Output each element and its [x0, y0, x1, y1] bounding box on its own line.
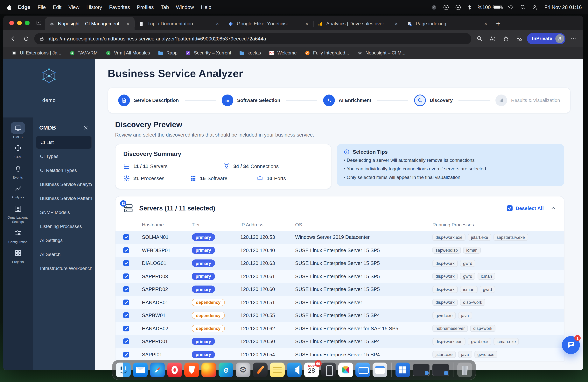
panel-item[interactable]: CI Types — [36, 150, 92, 163]
apple-menu-icon[interactable] — [6, 4, 12, 10]
dock-trash-icon[interactable] — [457, 362, 472, 377]
row-checkbox[interactable] — [123, 234, 129, 240]
tab-actions-icon[interactable] — [36, 20, 42, 26]
panel-item[interactable]: Listening Processes — [36, 220, 92, 233]
zoom-icon[interactable] — [474, 33, 484, 44]
step-ai-enrichment[interactable]: AI Enrichment — [323, 95, 371, 106]
back-button[interactable] — [8, 33, 18, 44]
bookmark-tav-vrm[interactable]: TAV-VRM — [65, 48, 101, 58]
menu-item[interactable]: Tab — [157, 4, 172, 10]
close-icon[interactable] — [83, 125, 88, 130]
chevron-up-icon[interactable] — [551, 205, 556, 211]
dock-slack-icon[interactable] — [338, 362, 353, 377]
bookmark-koctas[interactable]: koctas — [235, 48, 264, 58]
reload-button[interactable] — [21, 33, 32, 44]
bookmark-rapp[interactable]: Rapp — [154, 48, 181, 58]
dock-windows-app-icon[interactable] — [396, 362, 410, 377]
rail-item-configuration[interactable]: Configuration — [4, 227, 32, 244]
new-tab-button[interactable]: + — [492, 17, 504, 30]
panel-item[interactable]: AI Search — [36, 248, 92, 261]
wifi-icon[interactable] — [507, 4, 514, 10]
panel-item[interactable]: Infrastructure Workbench — [36, 262, 92, 275]
row-checkbox[interactable] — [123, 339, 129, 344]
deselect-all-checkbox[interactable] — [507, 205, 513, 211]
step-service-description[interactable]: Service Description — [118, 95, 179, 106]
menu-item[interactable]: History — [83, 4, 105, 10]
table-row[interactable]: SAPBW01 dependency 120.120.120.55 SUSE L… — [116, 309, 564, 322]
menu-item[interactable]: Edit — [49, 4, 65, 10]
dock-finder-icon[interactable] — [116, 362, 131, 377]
step-discovery[interactable]: Discovery — [414, 95, 453, 106]
dock-edge-icon[interactable] — [219, 362, 233, 377]
dock-screen-sharing-icon[interactable] — [356, 362, 370, 377]
rail-item-analytics[interactable]: Analytics — [4, 183, 32, 200]
table-row[interactable]: WEBDISP01 primary 120.120.120.40 SUSE Li… — [116, 244, 564, 257]
dock-pen-tool-icon[interactable] — [253, 362, 268, 377]
bookmark-nopesight[interactable]: Nopesight – CI M... — [353, 48, 409, 58]
row-checkbox[interactable] — [123, 287, 129, 292]
rail-item-projects[interactable]: Projects — [4, 247, 32, 264]
window-close-button[interactable] — [9, 21, 14, 25]
menu-extra-icon[interactable] — [431, 4, 437, 10]
tab-close-icon[interactable]: × — [125, 21, 131, 27]
table-row[interactable]: SAPPI01 primary 120.120.120.54 SUSE Linu… — [116, 348, 564, 361]
url-text[interactable]: https://my.nopesight.com/cmdb/business-s… — [47, 36, 266, 42]
rail-item-sam[interactable]: SAM — [4, 142, 32, 159]
panel-item[interactable]: Business Service Patterns — [36, 192, 92, 205]
dock-minimized-window-icon[interactable] — [432, 364, 449, 376]
menu-app-name[interactable]: Edge — [14, 4, 34, 10]
browser-menu-icon[interactable] — [568, 33, 579, 44]
row-checkbox[interactable] — [123, 313, 129, 318]
row-checkbox[interactable] — [123, 260, 129, 266]
battery-status[interactable]: %100 — [478, 4, 502, 10]
spotlight-icon[interactable] — [520, 4, 526, 10]
tab-close-icon[interactable]: × — [394, 21, 399, 27]
bookmark-vrm-all-modules[interactable]: Vrm | All Modules — [102, 48, 153, 58]
bookmark-ui-extensions[interactable]: UI Extensions | Ja... — [8, 48, 65, 58]
dock-minimized-window-icon[interactable] — [413, 364, 430, 376]
bookmark-welcome[interactable]: Welcome — [265, 48, 300, 58]
dock-system-settings-icon[interactable] — [236, 362, 251, 377]
bookmark-fully-integrated[interactable]: Fully Integrated... — [301, 48, 353, 58]
dock-stickies-icon[interactable] — [270, 362, 285, 377]
window-minimize-button[interactable] — [17, 21, 22, 25]
address-bar[interactable]: https://my.nopesight.com/cmdb/business-s… — [34, 33, 471, 44]
screen-mirroring-icon[interactable] — [455, 4, 461, 10]
table-row[interactable]: SAPPRD02 primary 120.120.120.60 SUSE Lin… — [116, 283, 564, 296]
row-checkbox[interactable] — [123, 352, 129, 358]
row-checkbox[interactable] — [123, 326, 129, 331]
panel-item[interactable]: Business Service Analyzer — [36, 178, 92, 191]
rail-item-cmdb[interactable]: CMDB — [4, 122, 32, 139]
tab-page-indexing[interactable]: Page indexing × — [403, 17, 492, 30]
menu-item[interactable]: File — [34, 4, 49, 10]
dock-opera-icon[interactable] — [167, 362, 182, 377]
bookmark-security-xurrent[interactable]: Security – Xurrent — [182, 48, 235, 58]
panel-item[interactable]: CI List — [36, 136, 92, 149]
menu-item[interactable]: Help — [197, 4, 215, 10]
read-aloud-icon[interactable] — [487, 33, 498, 44]
deselect-all-label[interactable]: Deselect All — [516, 205, 544, 211]
row-checkbox[interactable] — [123, 299, 129, 305]
step-software-selection[interactable]: Software Selection — [222, 95, 280, 106]
window-zoom-button[interactable] — [25, 21, 30, 25]
tab-tripli-documentation[interactable]: Tripl-i Documentation × — [135, 17, 224, 30]
dock-firefox-icon[interactable] — [201, 362, 216, 377]
tab-close-icon[interactable]: × — [304, 21, 310, 27]
rail-item-organizational-settings[interactable]: Organizational Settings — [4, 203, 32, 224]
menu-item[interactable]: View — [65, 4, 83, 10]
step-results-visualization[interactable]: Results & Visualization — [495, 95, 560, 106]
menu-bar-clock[interactable]: Fri Nov 28 01:16 — [545, 4, 582, 10]
favorites-bar-icon[interactable] — [514, 33, 524, 44]
row-checkbox[interactable] — [123, 274, 129, 279]
site-info-lock-icon[interactable] — [39, 36, 44, 41]
dock-app-window-icon[interactable] — [373, 362, 387, 377]
tab-close-icon[interactable]: × — [483, 21, 488, 27]
profile-avatar[interactable] — [555, 34, 564, 43]
dock-iphone-mirroring-icon[interactable] — [321, 362, 336, 377]
user-switcher-icon[interactable] — [532, 4, 538, 10]
table-row[interactable]: HANADB01 dependency 120.120.120.51 SUSE … — [116, 296, 564, 309]
play-status-icon[interactable] — [443, 4, 449, 10]
panel-item[interactable]: SNMP Models — [36, 206, 92, 219]
bluetooth-icon[interactable] — [467, 4, 472, 10]
rail-item-events[interactable]: Events — [4, 162, 32, 180]
